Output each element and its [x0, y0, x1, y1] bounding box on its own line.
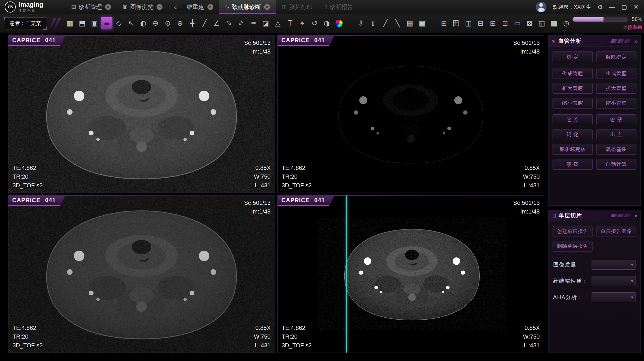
window-text: W:750 [523, 172, 540, 181]
tool-glyph: ⇧ [370, 20, 376, 27]
tool-glyph: ╱ [202, 20, 207, 27]
series-title: CAPRICE [12, 37, 40, 44]
tab-close-icon[interactable]: ✕ [207, 4, 213, 10]
vessel-button[interactable]: 扩大管腔 [553, 83, 593, 94]
settings-gear-icon[interactable]: ⚙ [598, 4, 603, 10]
vessel-button[interactable]: 自动计算 [596, 159, 636, 170]
crosshair-icon[interactable]: ⌖ [297, 17, 308, 29]
te-text: TE:4.862 [282, 163, 312, 172]
vessel-button[interactable]: 绑 定 [553, 51, 593, 62]
zoom-out-icon[interactable]: ⊖ [150, 17, 161, 29]
slice-button[interactable]: 删除单层报告 [553, 241, 593, 252]
download-icon[interactable]: ⇩ [355, 17, 367, 29]
layout-add-icon[interactable]: ⊡ [499, 17, 511, 29]
layout-single-icon[interactable]: ▭ [511, 17, 523, 29]
field-select[interactable]: ▾ [592, 260, 636, 270]
film-icon[interactable]: ▥ [64, 17, 76, 29]
chevron-down-icon: ▾ [631, 295, 633, 300]
te-text: TE:4.862 [282, 323, 312, 332]
nav-tab[interactable]: ◇ 三维重建 ✕ [168, 0, 219, 14]
history-icon[interactable]: ◷ [560, 17, 572, 29]
series-title: CAPRICE [281, 37, 310, 44]
polyline-tool-icon[interactable]: ╲ [392, 17, 403, 29]
report-doc-icon[interactable]: ▤ [404, 17, 416, 29]
viewer-grid: CAPRICE 041 Se:501/13 Im:1/48 TE:4.862 T… [8, 35, 544, 353]
tab-close-icon[interactable]: ✕ [157, 4, 163, 10]
maximize-button[interactable]: ▢ [622, 4, 627, 10]
cube-3d-icon[interactable]: ◇ [113, 17, 125, 29]
pan-icon[interactable]: ╋ [186, 17, 198, 29]
layout-hsplit-icon[interactable]: ⊟ [475, 17, 486, 29]
upload-progress-percent: 56% [632, 16, 642, 22]
nav-tab[interactable]: ▣ 图像浏览 ✕ [117, 0, 168, 14]
nav-tab[interactable]: ∿ 颈动脉诊断 ✕ [219, 0, 276, 14]
color-wheel-icon[interactable] [333, 17, 345, 29]
vessel-button[interactable]: 生成管壁 [596, 68, 636, 79]
field-select[interactable]: ▾ [592, 292, 636, 302]
tool-glyph: 田 [453, 20, 460, 27]
marker-icon[interactable]: ✐ [235, 17, 247, 29]
slice-button[interactable]: 创建单层报告 [553, 226, 593, 237]
viewport[interactable]: CAPRICE 041 Se:501/13 Im:1/48 TE:4.862 T… [277, 195, 544, 353]
field-select[interactable]: ▾ [592, 276, 636, 286]
layout-vsplit-icon[interactable]: ◫ [463, 17, 474, 29]
zoom-in-icon[interactable]: ⊕ [174, 17, 186, 29]
collapse-chevron-icon[interactable]: » [634, 38, 638, 45]
layout-pip-icon[interactable]: ⊠ [524, 17, 535, 29]
layers-icon[interactable]: ≡ [101, 17, 112, 29]
minimize-button[interactable]: — [609, 4, 615, 10]
viewport[interactable]: CAPRICE 041 Se:501/13 Im:1/48 TE:4.862 T… [277, 35, 544, 193]
upload-icon[interactable]: ⇧ [367, 17, 379, 29]
text-icon[interactable]: T [284, 17, 296, 29]
vessel-button[interactable]: 扩大管壁 [596, 83, 636, 94]
angle-icon[interactable]: ∠ [211, 17, 223, 29]
vessel-button[interactable]: 溃 疡 [553, 159, 593, 170]
vessel-button[interactable]: 出 血 [596, 129, 636, 140]
vessel-button[interactable]: 管 腔 [553, 114, 593, 125]
brightness-icon[interactable]: ◐ [137, 17, 149, 29]
rotate-icon[interactable]: ↺ [309, 17, 320, 29]
line-tool-icon[interactable]: ╱ [380, 17, 391, 29]
series-tag: CAPRICE 041 [8, 35, 65, 46]
layout-quad-icon[interactable]: 田 [450, 17, 462, 29]
zoom-text: 0.85X [523, 163, 540, 172]
invert-icon[interactable]: ◑ [321, 17, 333, 29]
image-icon[interactable]: ▣ [89, 17, 100, 29]
vessel-button[interactable]: 生成管腔 [553, 68, 593, 79]
vessel-button[interactable]: 缩小管腔 [553, 98, 593, 109]
nav-tab[interactable]: ▥ 胶片打印 [276, 0, 318, 14]
nav-tab[interactable]: ▤ 诊断管理 ✕ [65, 0, 117, 14]
pointer-icon[interactable]: ↖ [125, 17, 137, 29]
pencil-icon[interactable]: ✎ [223, 17, 235, 29]
pen-icon[interactable]: ✏ [248, 17, 259, 29]
vessel-button[interactable]: 缩小管壁 [596, 98, 636, 109]
avatar[interactable] [536, 2, 546, 12]
close-button[interactable]: ✕ [634, 4, 639, 10]
reference-line[interactable] [346, 195, 347, 353]
layout-dashed-icon[interactable]: ▦ [548, 17, 560, 29]
viewport[interactable]: CAPRICE 041 Se:501/13 Im:1/48 TE:4.862 T… [8, 35, 275, 193]
slice-button[interactable]: 单层报告图像 [596, 226, 636, 237]
eraser-icon[interactable]: ◪ [260, 17, 271, 29]
sequence-text: 3D_TOF s2 [13, 181, 43, 190]
vessel-button[interactable]: 解除绑定 [596, 51, 636, 62]
layout-corner-icon[interactable]: ◱ [536, 17, 548, 29]
open-folder-icon[interactable]: ⬒ [76, 17, 88, 29]
vessel-button[interactable]: 钙 化 [553, 129, 593, 140]
image-report-icon[interactable]: ▣ [416, 17, 428, 29]
layout-2x2-icon[interactable]: ⊞ [438, 17, 450, 29]
viewport[interactable]: CAPRICE 041 Se:501/13 Im:1/48 TE:4.862 T… [8, 195, 275, 353]
tab-close-icon[interactable]: ✕ [264, 4, 270, 10]
layout-grid-icon[interactable]: ⊞ [487, 17, 499, 29]
vessel-button[interactable]: 脂质坏死核 [553, 144, 593, 155]
tool-glyph: ✏ [250, 20, 256, 27]
vessel-button[interactable]: 疏松基质 [596, 144, 636, 155]
nav-tab[interactable]: ▯ 诊断报告 [318, 0, 359, 14]
measure-line-icon[interactable]: ╱ [199, 17, 210, 29]
slice-panel-title: 单层切片 [559, 212, 582, 219]
collapse-chevron-icon[interactable]: » [634, 212, 638, 219]
tab-close-icon[interactable]: ✕ [105, 4, 111, 10]
zoom-actual-icon[interactable]: ⊙ [162, 17, 174, 29]
vessel-button[interactable]: 管 壁 [596, 114, 636, 125]
triangle-icon[interactable]: △ [272, 17, 284, 29]
